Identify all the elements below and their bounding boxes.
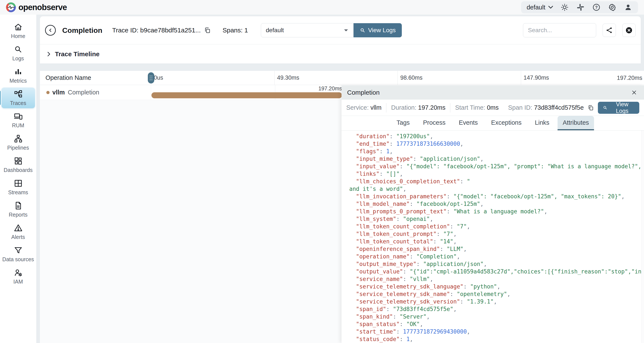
svg-text:?: ? [595,5,598,10]
close-circle-icon [625,27,633,34]
tick-cell: 98.60ms [398,71,521,85]
tab-exceptions[interactable]: Exceptions [486,116,527,130]
share-button[interactable] [602,24,616,37]
copy-span-id-icon[interactable] [588,104,594,111]
sidebar-item-alerts[interactable]: Alerts [2,221,35,242]
stream-selector[interactable]: default [261,23,354,37]
view-logs-button[interactable]: View Logs [354,23,402,37]
panel-view-logs-button[interactable]: View Logs [598,102,639,114]
sidebar-item-home[interactable]: Home [2,21,35,41]
tick-label: 147.90ms [524,75,549,81]
account-icon[interactable] [624,3,632,12]
search-input[interactable] [523,23,596,37]
sidebar-item-label: Data sources [2,256,34,262]
settings-icon[interactable] [608,3,616,12]
json-line: "llm_token_count_prompt": "7", [349,230,644,238]
json-line: "service_telemetry_sdk_language": "pytho… [349,283,644,290]
sidebar-item-metrics[interactable]: Metrics [2,65,35,86]
json-line: "output_value": "{"id":"cmpl-a11059a4d58… [349,268,644,275]
sidebar-item-logs[interactable]: Logs [2,43,35,64]
sidebar-item-dashboards[interactable]: Dashboards [2,155,35,175]
json-line: "duration": "197200us", [349,133,644,140]
json-line: "status_code": 1, [349,335,644,343]
sidebar-item-label: Home [11,33,25,39]
slack-icon[interactable] [576,3,585,12]
home-icon [14,23,22,31]
close-trace-button[interactable] [622,24,636,37]
duration-info: Duration: 197.20ms [386,104,450,111]
chevron-right-icon [46,51,52,57]
stream-selector-value: default [266,27,284,34]
tick-label: 49.30ms [277,75,300,81]
help-icon[interactable]: ? [592,3,601,12]
main-area: Completion Trace ID: b9cae78bdf51a251...… [36,15,644,343]
tab-events[interactable]: Events [454,116,483,130]
light-mode-icon[interactable] [560,3,569,12]
json-line: "span_kind": "Server", [349,313,644,320]
tab-links[interactable]: Links [530,116,554,130]
json-line: "links": "[]", [349,170,644,178]
json-line: "input_value": "{"model": "facebook/opt-… [349,163,644,170]
tab-attributes[interactable]: Attributes [558,116,594,130]
operation-name: Completion [68,89,99,96]
span-bar[interactable] [152,92,342,98]
trace-title: Completion [62,26,102,35]
trace-timeline-toggle[interactable]: Trace Timeline [40,44,641,64]
span-id-group: Span ID: 73d83ff4cd575f5e View Logs [504,102,640,114]
span-id-info: Span ID: 73d83ff4cd575f5e [504,104,584,111]
spans-count: Spans: 1 [222,27,248,34]
panel-close-button[interactable] [630,88,638,97]
sidebar-item-traces[interactable]: Traces [2,88,35,108]
caret-down-icon [548,6,553,9]
sitemap-icon [14,134,22,143]
json-line: "service_telemetry_sdk_version": "1.39.1… [349,298,644,305]
span-info-row: Service: vllm Duration: 197.20ms Start T… [342,100,644,116]
tick-label: 98.60ms [400,75,422,81]
sidebar-item-streams[interactable]: Streams [2,177,35,197]
json-line: "start_time": 1777371872969430000, [349,328,644,335]
json-line: "llm_system": "openai", [349,215,644,223]
sidebar-item-rum[interactable]: RUM [2,110,35,131]
tick-label: 197.20ms [617,75,642,81]
duration-value: 197.20ms [418,104,445,111]
sidebar-item-label: Metrics [10,78,27,84]
sidebar-item-label: Streams [8,189,28,195]
json-line: and it's a word", [349,185,644,193]
json-line: "llm_prompts_0_prompt_text": "What is a … [349,208,644,215]
stream-select-group: default View Logs [261,23,402,37]
service-color-dot [46,91,50,94]
sidebar-item-label: Alerts [11,234,25,240]
panel-tabs: TagsProcessEventsExceptionsLinksAttribut… [342,116,644,131]
sidebar-item-pipelines[interactable]: Pipelines [2,132,35,153]
json-line: "span_id": "73d83ff4cd575f5e", [349,305,644,313]
org-selector[interactable]: default [527,4,553,11]
bar-chart-icon [14,67,22,76]
service-info: Service: vllm [346,104,386,111]
panel-title: Completion [347,89,380,96]
json-line: "flags": 1, [349,148,644,155]
tab-process[interactable]: Process [418,116,451,130]
caret-down-icon [344,29,348,32]
warning-triangle-icon [14,224,22,232]
json-line: "output_mime_type": "application/json", [349,260,644,268]
sidebar-item-label: Pipelines [7,145,29,151]
panel-scrollbar[interactable] [642,131,644,343]
sidebar-item-data-sources[interactable]: Data sources [2,244,35,264]
active-indicator [0,91,1,105]
sidebar-item-iam[interactable]: IAM [2,266,35,287]
app-logo: openobserve [6,2,67,12]
trace-timeline-label: Trace Timeline [55,51,100,58]
json-line: "input_mime_type": "application/json", [349,155,644,163]
share-icon [606,27,613,34]
column-resize-handle[interactable] [148,72,154,84]
tab-tags[interactable]: Tags [392,116,415,130]
copy-trace-id-icon[interactable] [204,27,211,34]
back-button[interactable] [45,25,56,36]
panel-header: Completion [342,85,644,100]
json-line: "openinference_span_kind": "LLM", [349,245,644,253]
sidebar-item-label: IAM [13,279,23,285]
panel-view-logs-label: View Logs [610,101,634,114]
sidebar-item-reports[interactable]: Reports [2,199,35,220]
span-row-operation-cell: vllm Completion [40,85,151,100]
sidebar: HomeLogsMetricsTracesRUMPipelinesDashboa… [0,15,36,343]
